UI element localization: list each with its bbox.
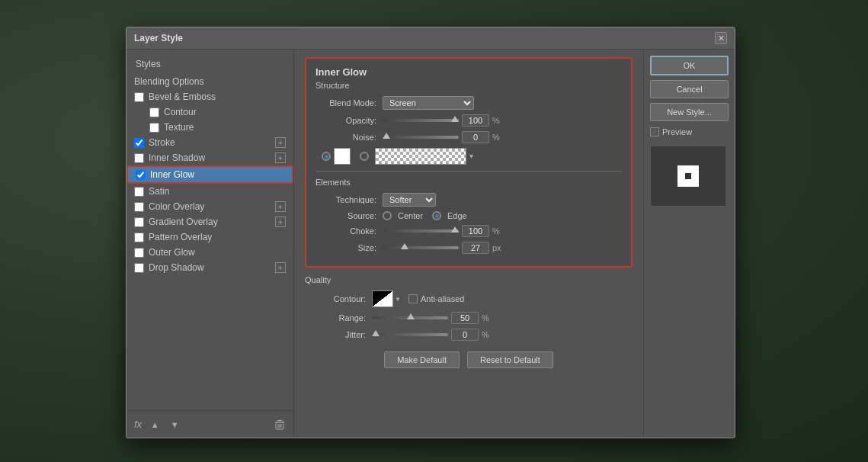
bevel-emboss-checkbox[interactable] (134, 92, 144, 102)
elements-section-label: Elements (315, 178, 622, 187)
left-panel: Styles Blending Options Bevel & Emboss C… (127, 50, 294, 438)
source-label: Source: (315, 211, 376, 220)
reset-to-default-button[interactable]: Reset to Default (467, 351, 553, 368)
cancel-button[interactable]: Cancel (650, 80, 729, 98)
close-button[interactable]: ✕ (715, 32, 727, 44)
edge-radio[interactable] (432, 211, 441, 220)
outer-glow-label: Outer Glow (149, 247, 286, 258)
gradient-overlay-checkbox[interactable] (134, 217, 144, 227)
outer-glow-checkbox[interactable] (134, 248, 144, 258)
inner-shadow-checkbox[interactable] (134, 153, 144, 163)
anti-aliased-checkbox[interactable] (408, 294, 418, 303)
right-panel: OK Cancel New Style... Preview (643, 50, 735, 438)
opacity-label: Opacity: (315, 116, 376, 125)
range-slider-track[interactable] (372, 316, 448, 319)
contour-arrow[interactable]: ▼ (395, 296, 401, 303)
color-overlay-checkbox[interactable] (134, 202, 144, 212)
choke-slider-container (383, 229, 459, 233)
noise-slider-track[interactable] (383, 136, 459, 139)
blend-mode-row: Blend Mode: Screen Normal Multiply Overl… (315, 96, 622, 110)
choke-unit: % (492, 226, 504, 236)
sidebar-item-inner-shadow[interactable]: Inner Shadow + (127, 150, 293, 165)
stroke-plus-button[interactable]: + (275, 137, 286, 148)
inner-shadow-plus-button[interactable]: + (275, 152, 286, 163)
move-down-button[interactable]: ▼ (168, 418, 181, 432)
jitter-label: Jitter: (305, 330, 366, 339)
sidebar-item-texture[interactable]: Texture (127, 120, 293, 135)
gradient-radio[interactable] (360, 152, 369, 161)
solid-color-radio[interactable] (322, 152, 331, 161)
sidebar-item-color-overlay[interactable]: Color Overlay + (127, 199, 293, 214)
make-default-button[interactable]: Make Default (384, 351, 460, 368)
gradient-picker[interactable] (375, 148, 466, 165)
opacity-input[interactable] (462, 114, 489, 127)
choke-slider-track[interactable] (383, 229, 459, 233)
anti-aliased-group[interactable]: Anti-aliased (408, 294, 464, 303)
sidebar-item-stroke[interactable]: Stroke + (127, 135, 293, 150)
blend-mode-select[interactable]: Screen Normal Multiply Overlay (383, 96, 474, 110)
stroke-checkbox[interactable] (134, 138, 144, 148)
gradient-overlay-plus-button[interactable]: + (275, 217, 286, 227)
new-style-button[interactable]: New Style... (650, 103, 729, 121)
sidebar-item-blending-options[interactable]: Blending Options (127, 74, 293, 89)
blending-options-label: Blending Options (134, 76, 286, 87)
contour-row-label: Contour: (305, 294, 366, 303)
center-panel: Inner Glow Structure Blend Mode: Screen … (294, 50, 643, 438)
preview-dot (685, 173, 691, 179)
sidebar-item-inner-glow[interactable]: Inner Glow (127, 165, 293, 184)
contour-checkbox[interactable] (149, 107, 159, 117)
texture-checkbox[interactable] (149, 123, 159, 133)
sidebar-item-gradient-overlay[interactable]: Gradient Overlay + (127, 214, 293, 229)
range-unit: % (482, 313, 494, 322)
technique-label: Technique: (315, 195, 376, 204)
ok-button[interactable]: OK (650, 56, 729, 75)
jitter-slider-handle[interactable] (372, 330, 380, 336)
range-input[interactable] (451, 312, 479, 324)
size-slider-track[interactable] (383, 246, 459, 249)
opacity-slider-track[interactable] (383, 119, 459, 122)
range-label: Range: (305, 313, 366, 322)
center-label: Center (398, 211, 423, 220)
opacity-slider-handle[interactable] (451, 116, 459, 122)
source-options: Center Edge (383, 211, 467, 220)
sidebar-item-drop-shadow[interactable]: Drop Shadow + (127, 260, 293, 275)
bevel-emboss-label: Bevel & Emboss (149, 91, 286, 102)
delete-button[interactable] (273, 418, 287, 432)
noise-slider-handle[interactable] (383, 133, 390, 139)
move-up-button[interactable]: ▲ (148, 418, 162, 432)
size-slider-handle[interactable] (401, 243, 408, 249)
technique-select[interactable]: Softer Precise (383, 193, 436, 207)
jitter-slider-track[interactable] (372, 333, 448, 336)
preview-box (650, 146, 726, 207)
inner-glow-checkbox[interactable] (136, 170, 146, 180)
gradient-dropdown-arrow[interactable]: ▼ (468, 152, 475, 160)
sidebar-item-contour[interactable]: Contour (127, 104, 293, 120)
color-overlay-plus-button[interactable]: + (275, 201, 286, 212)
contour-row: Contour: ▼ Anti-aliased (305, 290, 633, 307)
texture-label: Texture (164, 122, 286, 133)
sidebar-item-outer-glow[interactable]: Outer Glow (127, 245, 293, 260)
sidebar-item-satin[interactable]: Satin (127, 184, 293, 199)
sidebar-item-bevel-emboss[interactable]: Bevel & Emboss (127, 89, 293, 104)
color-swatch[interactable] (334, 148, 351, 165)
jitter-input[interactable] (451, 329, 479, 341)
size-input[interactable] (462, 242, 489, 254)
left-panel-toolbar: fx ▲ ▼ (127, 410, 294, 438)
preview-checkbox[interactable] (650, 127, 659, 136)
choke-input[interactable] (462, 225, 489, 237)
center-radio[interactable] (383, 211, 392, 220)
noise-label: Noise: (315, 133, 376, 142)
drop-shadow-checkbox[interactable] (134, 263, 144, 273)
range-slider-handle[interactable] (407, 313, 415, 319)
noise-input[interactable] (462, 131, 489, 143)
contour-preview[interactable] (372, 290, 393, 307)
quality-label: Quality (305, 275, 633, 284)
drop-shadow-plus-button[interactable]: + (275, 262, 286, 273)
pattern-overlay-checkbox[interactable] (134, 233, 144, 242)
contour-label: Contour (164, 107, 286, 117)
satin-checkbox[interactable] (134, 187, 144, 197)
sidebar-item-pattern-overlay[interactable]: Pattern Overlay (127, 229, 293, 245)
styles-header: Styles (127, 56, 293, 74)
choke-slider-handle[interactable] (451, 226, 459, 233)
inner-shadow-label: Inner Shadow (149, 152, 272, 163)
